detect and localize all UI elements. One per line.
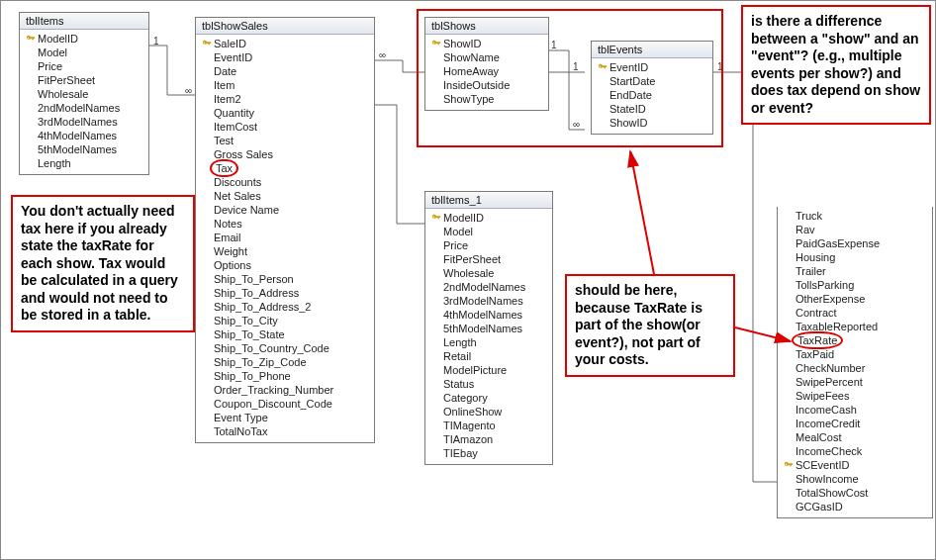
field-row[interactable]: Email (196, 231, 374, 244)
field-row[interactable]: Category (425, 391, 552, 405)
field-row[interactable]: HomeAway (425, 64, 548, 78)
field-row[interactable]: ShowIncome (778, 472, 932, 486)
field-row[interactable]: ShowName (425, 50, 548, 64)
field-row[interactable]: CheckNumber (778, 361, 932, 375)
field-row[interactable]: OnlineShow (425, 405, 552, 419)
field-row[interactable]: Device Name (196, 203, 374, 217)
field-row[interactable]: Trailer (778, 264, 932, 278)
field-row[interactable]: Length (20, 156, 148, 170)
field-row[interactable]: TIEbay (425, 446, 552, 460)
field-row[interactable]: Item2 (196, 92, 374, 106)
field-name: PaidGasExpense (796, 236, 880, 250)
rel-card-many: ∞ (379, 49, 386, 60)
field-row[interactable]: EventID (592, 60, 712, 74)
field-row[interactable]: Model (425, 225, 552, 238)
table-tblShowSales[interactable]: tblShowSales SaleIDEventIDDateItemItem2Q… (195, 17, 375, 443)
field-row[interactable]: Rav (778, 223, 932, 236)
field-row[interactable]: Retail (425, 349, 552, 363)
field-row[interactable]: FitPerSheet (425, 252, 552, 266)
table-tblShows[interactable]: tblShows ShowIDShowNameHomeAwayInsideOut… (424, 17, 549, 111)
field-row[interactable]: Ship_To_Country_Code (196, 341, 374, 355)
field-row[interactable]: 3rdModelNames (425, 294, 552, 308)
table-tblEvents[interactable]: tblEvents EventIDStartDateEndDateStateID… (591, 41, 713, 135)
field-row[interactable]: Ship_To_Address_2 (196, 300, 374, 314)
field-row[interactable]: TotalNoTax (196, 424, 374, 438)
field-row[interactable]: Model (20, 46, 148, 59)
field-row[interactable]: Ship_To_City (196, 314, 374, 327)
field-row[interactable]: TollsParking (778, 278, 932, 292)
field-row[interactable]: TotalShowCost (778, 486, 932, 500)
field-row[interactable]: FitPerSheet (20, 73, 148, 87)
field-row[interactable]: SwipePercent (778, 375, 932, 389)
field-name: 3rdModelNames (38, 115, 118, 129)
field-row[interactable]: IncomeCredit (778, 417, 932, 430)
field-row[interactable]: MealCost (778, 430, 932, 444)
field-row[interactable]: TaxableReported (778, 320, 932, 333)
field-row[interactable]: Ship_To_Phone (196, 369, 374, 383)
field-row[interactable]: 4thModelNames (425, 308, 552, 322)
field-row[interactable]: Contract (778, 306, 932, 320)
field-row[interactable]: Order_Tracking_Number (196, 383, 374, 397)
field-row[interactable]: SaleID (196, 37, 374, 50)
table-tblItems[interactable]: tblItems ModelIDModelPriceFitPerSheetWho… (19, 12, 149, 175)
field-row[interactable]: Weight (196, 244, 374, 258)
field-name: TaxPaid (796, 347, 834, 361)
field-row[interactable]: Truck (778, 209, 932, 223)
field-row[interactable]: ShowID (592, 116, 712, 130)
field-row[interactable]: EventID (196, 50, 374, 64)
field-row[interactable]: ModelID (20, 32, 148, 46)
field-row[interactable]: TIAmazon (425, 432, 552, 446)
field-row[interactable]: Ship_To_Zip_Code (196, 355, 374, 369)
field-row[interactable]: IncomeCash (778, 403, 932, 417)
field-row[interactable]: 3rdModelNames (20, 115, 148, 129)
field-row[interactable]: ShowType (425, 92, 548, 106)
field-row[interactable]: Options (196, 258, 374, 272)
field-row[interactable]: Status (425, 377, 552, 391)
field-row[interactable]: 5thModelNames (20, 142, 148, 156)
field-row[interactable]: 5thModelNames (425, 322, 552, 335)
table-tblItems_1[interactable]: tblItems_1 ModelIDModelPriceFitPerSheetW… (424, 191, 553, 465)
field-row[interactable]: InsideOutside (425, 78, 548, 92)
field-row[interactable]: ItemCost (196, 120, 374, 134)
field-row[interactable]: OtherExpense (778, 292, 932, 306)
annotation-right: is there a difference between a "show" a… (741, 5, 931, 125)
field-row[interactable]: TaxRate (778, 333, 932, 347)
field-row[interactable]: Wholesale (425, 266, 552, 280)
field-row[interactable]: Event Type (196, 411, 374, 424)
field-row[interactable]: Net Sales (196, 189, 374, 203)
field-row[interactable]: Quantity (196, 106, 374, 120)
field-row[interactable]: ModelID (425, 211, 552, 225)
field-row[interactable]: Discounts (196, 175, 374, 189)
field-row[interactable]: TIMagento (425, 419, 552, 432)
field-row[interactable]: ShowID (425, 37, 548, 50)
field-row[interactable]: SCEventID (778, 458, 932, 472)
field-row[interactable]: Housing (778, 250, 932, 264)
field-row[interactable]: Price (425, 238, 552, 252)
field-row[interactable]: 4thModelNames (20, 129, 148, 142)
field-row[interactable]: Wholesale (20, 87, 148, 101)
table-costs[interactable]: TruckRavPaidGasExpenseHousingTrailerToll… (777, 207, 933, 518)
field-row[interactable]: Tax (196, 161, 374, 175)
field-row[interactable]: 2ndModelNames (425, 280, 552, 294)
field-row[interactable]: SwipeFees (778, 389, 932, 403)
field-row[interactable]: 2ndModelNames (20, 101, 148, 115)
field-row[interactable]: StartDate (592, 74, 712, 88)
field-row[interactable]: Ship_To_State (196, 327, 374, 341)
field-row[interactable]: Price (20, 59, 148, 73)
field-row[interactable]: StateID (592, 102, 712, 116)
field-row[interactable]: GCGasID (778, 500, 932, 513)
field-row[interactable]: PaidGasExpense (778, 236, 932, 250)
field-name: ShowType (443, 92, 494, 106)
field-row[interactable]: Date (196, 64, 374, 78)
field-row[interactable]: ModelPicture (425, 363, 552, 377)
field-row[interactable]: Coupon_Discount_Code (196, 397, 374, 411)
field-row[interactable]: TaxPaid (778, 347, 932, 361)
field-row[interactable]: Test (196, 134, 374, 147)
field-row[interactable]: Item (196, 78, 374, 92)
field-row[interactable]: Notes (196, 217, 374, 231)
field-row[interactable]: EndDate (592, 88, 712, 102)
field-row[interactable]: Ship_To_Person (196, 272, 374, 286)
field-row[interactable]: IncomeCheck (778, 444, 932, 458)
field-row[interactable]: Ship_To_Address (196, 286, 374, 300)
field-row[interactable]: Length (425, 335, 552, 349)
